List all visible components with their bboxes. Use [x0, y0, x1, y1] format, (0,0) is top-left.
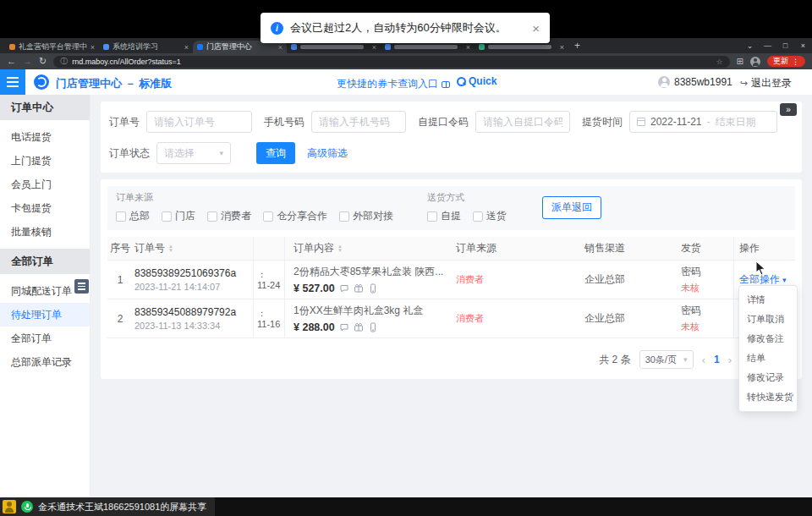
header-clipped-column — [253, 237, 285, 260]
sidebar: 订单中心 电话提货 上门提货 会员上门 卡包提货 批量核销 全部订单 同城配送订… — [0, 95, 91, 497]
checkbox-external[interactable]: 外部对接 — [339, 209, 393, 223]
main-content: 订单号 手机号码 自提口令码 提货时间 2022-11-21 — [91, 95, 812, 497]
next-page-button[interactable]: › — [728, 354, 732, 366]
checkbox-consumer[interactable]: 消费者 — [207, 209, 251, 223]
order-no-cell: 83859389251069376a 2023-11-21 14:14:07 — [133, 267, 253, 292]
phone-input[interactable] — [311, 111, 406, 133]
sidebar-item-member-visit[interactable]: 会员上门 — [0, 173, 90, 196]
checkbox-warehouse-share[interactable]: 仓分享合作 — [263, 209, 327, 223]
delivery-method-group: 送货方式 自提 送货 — [427, 191, 518, 223]
tab-close-icon[interactable]: × — [278, 43, 283, 52]
dispatch-return-button[interactable]: 派单退回 — [542, 196, 601, 219]
quick-search-link[interactable]: Quick — [457, 75, 497, 87]
minimize-button[interactable]: — — [759, 41, 776, 50]
checkbox-label: 仓分享合作 — [277, 209, 327, 223]
order-source-group: 订单来源 总部 门店 消费者 仓分享合作 外部对接 — [116, 191, 405, 223]
bookmark-star-icon[interactable]: ☆ — [716, 58, 723, 66]
tab-close-icon[interactable]: × — [91, 43, 95, 52]
update-label: 更新 — [773, 56, 788, 67]
address-bar[interactable]: ⓘ rnd.maboy.cn/AllOrder?status=1 ☆ — [53, 56, 729, 68]
coupon-icon — [442, 81, 450, 88]
tab-search-icon[interactable]: ⌄ — [741, 41, 759, 50]
search-button[interactable]: 查询 — [256, 142, 295, 164]
checkbox-label: 送货 — [486, 209, 507, 223]
menu-item-edit-history[interactable]: 修改记录 — [739, 368, 797, 387]
sidebar-item-phone-pickup[interactable]: 电话提货 — [0, 125, 90, 149]
browser-toolbar: ← → ↻ ⓘ rnd.maboy.cn/AllOrder?status=1 ☆… — [0, 53, 812, 69]
close-window-button[interactable]: × — [794, 41, 812, 50]
checkbox-hq[interactable]: 总部 — [116, 209, 150, 223]
order-price: ¥ 288.00 — [294, 321, 335, 333]
sidebar-item-hq-dispatch-records[interactable]: 总部派单记录 — [0, 350, 90, 374]
sort-icon[interactable]: ▲▼ — [337, 244, 343, 253]
prev-page-button[interactable]: ‹ — [702, 354, 705, 366]
sidebar-item-batch-verify[interactable]: 批量核销 — [0, 220, 90, 244]
message-icon — [339, 322, 349, 332]
menu-item-edit-remark[interactable]: 修改备注 — [739, 329, 797, 349]
phone-icon — [368, 283, 378, 294]
current-page[interactable]: 1 — [714, 354, 720, 365]
sidebar-item-card-pickup[interactable]: 卡包提货 — [0, 196, 90, 220]
header-actions: 操作 — [733, 237, 795, 260]
list-filter-box: 订单来源 总部 门店 消费者 仓分享合作 外部对接 送货方式 — [107, 186, 795, 230]
chevron-down-icon: ▾ — [219, 149, 223, 157]
coupon-query-link[interactable]: 更快捷的券卡查询入口 — [337, 77, 450, 91]
toast-close-icon[interactable]: × — [532, 21, 540, 36]
pickup-date-range-input[interactable]: 2022-11-21 - 结束日期 — [629, 111, 777, 133]
sidebar-group-order-center[interactable]: 订单中心 — [0, 95, 90, 120]
sales-channel-cell: 企业总部 — [581, 311, 676, 326]
date-start-value: 2022-11-21 — [650, 116, 702, 128]
tab-close-icon[interactable]: × — [184, 43, 189, 52]
order-status-select[interactable]: 请选择 ▾ — [156, 142, 231, 164]
menu-item-details[interactable]: 详情 — [739, 290, 797, 310]
user-account[interactable]: 8385wb1991 — [658, 76, 732, 88]
reload-button[interactable]: ↻ — [39, 57, 47, 66]
panel-collapse-button[interactable]: » — [780, 103, 797, 116]
sidebar-item-all-orders[interactable]: 全部订单 — [0, 327, 90, 350]
pickup-code-input[interactable] — [475, 111, 570, 133]
sidebar-group-all-orders[interactable]: 全部订单 — [0, 249, 90, 274]
url-text: rnd.maboy.cn/AllOrder?status=1 — [72, 58, 711, 66]
checkbox-store[interactable]: 门店 — [162, 209, 195, 223]
browser-profile-icon[interactable] — [750, 57, 760, 67]
order-no: 83859389251069376a — [134, 267, 253, 279]
header-sales-channel: 销售渠道 — [581, 241, 676, 255]
browser-tab-1[interactable]: 礼盒营销平台管理中心 × — [5, 41, 99, 53]
menu-item-close-order[interactable]: 结单 — [739, 349, 797, 368]
maximize-button[interactable]: □ — [776, 41, 794, 50]
new-tab-button[interactable]: + — [574, 40, 580, 52]
advanced-filter-link[interactable]: 高级筛选 — [307, 146, 348, 161]
menu-item-cancel-order[interactable]: 订单取消 — [739, 310, 797, 329]
order-time: 2023-11-21 14:14:07 — [134, 282, 253, 292]
pagination: 共 2 条 30条/页 ▾ ‹ 1 › — [107, 350, 795, 369]
tab-close-icon[interactable]: × — [372, 43, 376, 52]
menu-item-express-ship[interactable]: 转快递发货 — [739, 387, 797, 407]
extensions-icon[interactable]: ⊞ — [737, 57, 743, 66]
order-no-input[interactable] — [146, 111, 252, 133]
order-source-cell: 消费者 — [447, 312, 581, 325]
sidebar-item-door-pickup[interactable]: 上门提货 — [0, 149, 90, 173]
browser-tab-2[interactable]: 系统培训学习 × — [99, 41, 193, 53]
chrome-update-button[interactable]: 更新 ⋮ — [767, 56, 805, 67]
logout-label: 退出登录 — [751, 76, 792, 91]
chevron-down-icon: ▾ — [782, 276, 787, 284]
hamburger-menu-button[interactable] — [0, 69, 25, 95]
checkbox-delivery[interactable]: 送货 — [473, 209, 507, 223]
sort-icon[interactable]: ▲▼ — [168, 244, 173, 253]
checkbox-self-pickup[interactable]: 自提 — [427, 209, 461, 223]
store-admin-app: 门店管理中心 － 标准版 更快捷的券卡查询入口 Quick 8385wb1991… — [0, 69, 812, 497]
logout-button[interactable]: ↪ 退出登录 — [740, 76, 792, 91]
gift-icon — [354, 283, 364, 294]
presenter-avatar-icon — [3, 500, 16, 513]
sidebar-toggle-button[interactable] — [74, 279, 89, 294]
page-size-select[interactable]: 30条/页 ▾ — [639, 350, 694, 369]
back-button[interactable]: ← — [7, 57, 16, 66]
pickup-code-label: 自提口令码 — [418, 115, 469, 129]
phone-icon — [368, 322, 378, 332]
sidebar-item-pending-orders[interactable]: 待处理订单 — [0, 303, 90, 327]
forward-button[interactable]: → — [23, 57, 32, 66]
tab-close-icon[interactable]: × — [466, 43, 470, 52]
site-info-icon[interactable]: ⓘ — [60, 56, 68, 67]
toast-message: 会议已超过2人，自动转为60分钟限时会议。 — [290, 20, 507, 36]
tab-close-icon[interactable]: × — [560, 43, 564, 52]
